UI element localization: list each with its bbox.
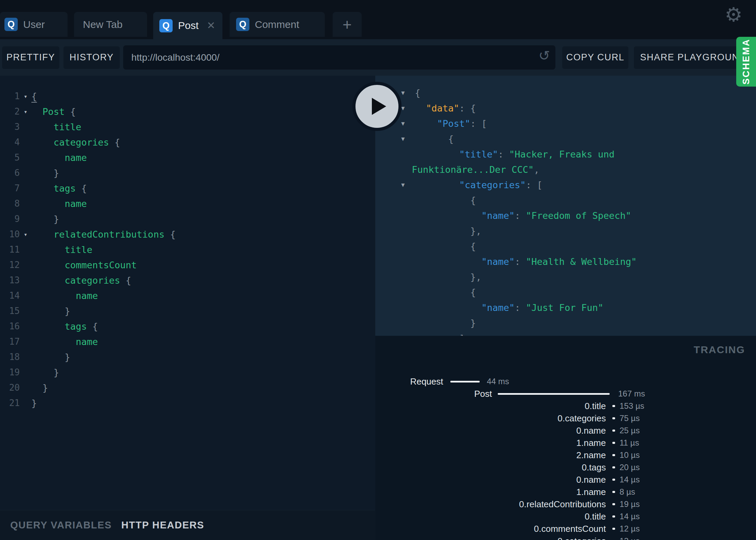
line-number: 14 [0, 288, 20, 303]
editor-line[interactable]: 11 title [0, 242, 375, 257]
editor-code-text: } [31, 165, 59, 181]
editor-line[interactable]: 20 } [0, 380, 375, 395]
http-headers-tab[interactable]: HTTP HEADERS [121, 520, 204, 531]
endpoint-url-input[interactable] [123, 52, 555, 63]
tab-label: Comment [255, 19, 299, 30]
response-line: { [375, 285, 756, 300]
schema-side-tab-label: SCHEMA [741, 39, 752, 85]
editor-line[interactable]: 15 } [0, 303, 375, 319]
tracing-duration: 12 µs [620, 524, 640, 534]
refresh-schema-icon[interactable]: ↺ [538, 49, 550, 62]
line-number: 1 [0, 89, 20, 104]
editor-code-text: relatedContributions { [31, 227, 176, 242]
tracing-label: 0.name [375, 425, 606, 436]
editor-line[interactable]: 10▾ relatedContributions { [0, 227, 375, 242]
editor-line[interactable]: 14 name [0, 288, 375, 303]
fold-arrow-slot [20, 365, 31, 380]
copy-curl-button[interactable]: COPY CURL [562, 46, 628, 69]
editor-line[interactable]: 19 } [0, 365, 375, 380]
editor-line[interactable]: 18 } [0, 349, 375, 365]
tracing-bar [612, 405, 615, 407]
editor-line[interactable]: 5 name [0, 150, 375, 165]
line-number: 19 [0, 365, 20, 380]
editor-line[interactable]: 13 categories { [0, 273, 375, 288]
editor-line[interactable]: 9 } [0, 211, 375, 227]
editor-code-text: name [31, 334, 98, 349]
tab-post[interactable]: QPost✕ [153, 12, 222, 39]
tracing-duration: 8 µs [620, 487, 635, 497]
editor-code-text: tags { [31, 181, 87, 196]
editor-line[interactable]: 17 name [0, 334, 375, 349]
editor-line[interactable]: 8 name [0, 196, 375, 211]
tab-label: User [23, 19, 45, 30]
tracing-row: 0.categories13 µs [375, 535, 756, 540]
editor-line[interactable]: 3 title [0, 119, 375, 135]
fold-arrow-slot [20, 257, 31, 273]
tracing-label: 2.name [375, 450, 606, 461]
editor-line[interactable]: 4 categories { [0, 135, 375, 150]
response-line: ▼ "categories": [ [375, 177, 756, 193]
line-number: 11 [0, 242, 20, 257]
collapse-arrow-icon[interactable]: ▼ [401, 177, 411, 193]
tracing-row: 0.name25 µs [375, 424, 756, 437]
editor-line[interactable]: 12 commentsCount [0, 257, 375, 273]
editor-line[interactable]: 6 } [0, 165, 375, 181]
tracing-panel: TRACING Request44 msPost167 ms0.title153… [375, 336, 756, 540]
execute-query-button[interactable] [352, 82, 402, 131]
tab-user[interactable]: QUser [0, 12, 68, 37]
fold-arrow-icon[interactable]: ▾ [20, 89, 31, 104]
editor-line[interactable]: 7 tags { [0, 181, 375, 196]
fold-arrow-icon[interactable]: ▾ [20, 104, 31, 119]
collapse-arrow-icon[interactable]: ▼ [401, 116, 411, 131]
add-tab-button[interactable]: + [333, 12, 362, 37]
response-line: }, [375, 223, 756, 239]
editor-line[interactable]: 1▾{ [0, 89, 375, 104]
line-number: 18 [0, 349, 20, 365]
fold-arrow-slot [20, 211, 31, 227]
line-number: 10 [0, 227, 20, 242]
editor-code-text: Post { [31, 104, 76, 119]
line-number: 20 [0, 380, 20, 395]
collapse-arrow-icon[interactable]: ▼ [401, 85, 411, 101]
tracing-duration: 167 ms [618, 389, 645, 399]
line-number: 2 [0, 104, 20, 119]
tab-label: Post [178, 20, 199, 31]
response-code-text: "name": "Health & Wellbeing" [415, 256, 637, 267]
editor-code-text: { [31, 89, 37, 104]
query-badge-icon: Q [4, 18, 18, 31]
response-line: } [375, 315, 756, 331]
line-number: 13 [0, 273, 20, 288]
tab-label: New Tab [83, 19, 122, 30]
tracing-bar [450, 381, 480, 382]
query-variables-tab[interactable]: QUERY VARIABLES [10, 520, 112, 531]
prettify-button[interactable]: PRETTIFY [2, 46, 59, 69]
response-line: ▼ "Post": [ [375, 116, 756, 131]
editor-line[interactable]: 2▾ Post { [0, 104, 375, 119]
tracing-row: 0.title14 µs [375, 510, 756, 523]
history-button[interactable]: HISTORY [63, 46, 120, 69]
line-number: 15 [0, 303, 20, 319]
collapse-arrow-icon[interactable]: ▼ [401, 131, 411, 147]
tracing-row: 2.name10 µs [375, 449, 756, 461]
share-playground-button[interactable]: SHARE PLAYGROUND [634, 46, 753, 69]
schema-side-tab[interactable]: SCHEMA [736, 37, 756, 87]
query-editor[interactable]: 1▾{2▾ Post {3 title4 categories {5 name6… [0, 76, 375, 510]
editor-line[interactable]: 16 tags { [0, 319, 375, 334]
tracing-label: 0.categories [375, 536, 606, 540]
tracing-bar [612, 417, 615, 419]
response-line: Funktionäre...Der CCC", [375, 162, 756, 177]
tab-close-icon[interactable]: ✕ [207, 20, 215, 31]
tracing-bar [612, 515, 615, 518]
response-code-text: "name": "Freedom of Speech" [415, 210, 631, 221]
editor-line[interactable]: 21} [0, 395, 375, 411]
line-number: 21 [0, 395, 20, 411]
fold-arrow-slot [20, 273, 31, 288]
settings-gear-icon[interactable]: ⚙ [725, 5, 742, 25]
editor-code-text: name [31, 288, 98, 303]
collapse-arrow-icon[interactable]: ▼ [401, 101, 411, 116]
tab-new-tab[interactable]: New Tab [74, 12, 147, 37]
tab-comment[interactable]: QComment [230, 12, 325, 37]
editor-code-text: } [31, 365, 59, 380]
fold-arrow-icon[interactable]: ▾ [20, 227, 31, 242]
editor-code-text: categories { [31, 135, 120, 150]
